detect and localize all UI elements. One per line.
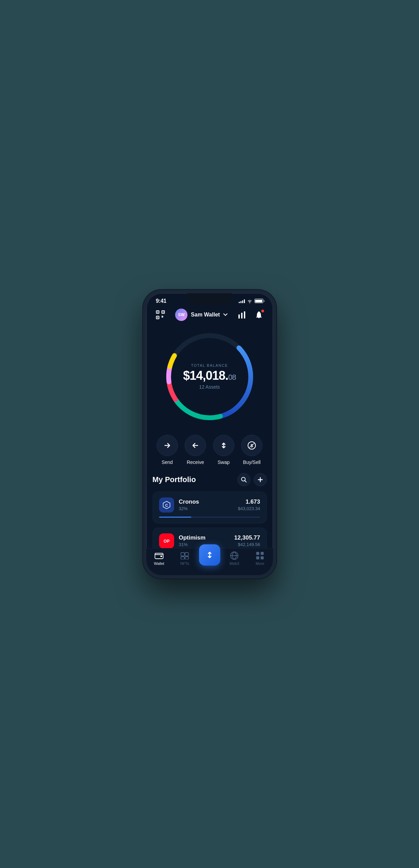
svg-rect-5: [157, 317, 158, 318]
svg-rect-29: [261, 552, 264, 555]
header: SW Sam Wallet: [146, 306, 273, 325]
svg-rect-23: [181, 553, 184, 556]
web3-tab-icon: [230, 551, 239, 560]
more-tab-icon: [256, 551, 264, 560]
receive-label: Receive: [187, 459, 204, 465]
tab-wallet[interactable]: Wallet: [146, 551, 172, 566]
wallet-tab-label: Wallet: [154, 561, 164, 566]
buysell-button[interactable]: $ Buy/Sell: [241, 435, 262, 465]
optimism-icon: OP: [162, 537, 171, 545]
chart-button[interactable]: [236, 309, 248, 321]
scan-icon: [156, 310, 165, 320]
svg-rect-3: [157, 311, 158, 312]
web3-tab-label: Web3: [230, 561, 239, 566]
balance-amount: $14,018.08: [183, 369, 236, 383]
svg-rect-30: [256, 556, 259, 559]
search-icon: [241, 477, 247, 483]
action-buttons: Send Receive Swap: [146, 431, 273, 473]
optimism-amount: 12,305.77: [234, 534, 260, 541]
plus-icon: [257, 477, 263, 483]
portfolio-title: My Portfolio: [153, 475, 196, 484]
cronos-amount: 1.673: [238, 498, 260, 505]
svg-text:C: C: [165, 503, 168, 507]
chart-section: TOTAL BALANCE $14,018.08 12 Assets: [146, 325, 273, 431]
portfolio-actions: [237, 473, 267, 486]
asset-card-cronos[interactable]: C Cronos 32% 1.673 $43,023.34: [153, 492, 267, 523]
svg-rect-4: [162, 311, 163, 312]
signal-bars-icon: [239, 299, 245, 303]
tab-bar: Wallet NFTs: [146, 548, 273, 575]
send-label: Send: [161, 459, 173, 465]
tab-center[interactable]: [198, 551, 222, 566]
send-icon: [163, 441, 171, 450]
center-action-icon: [205, 550, 214, 560]
notification-badge: [261, 309, 264, 313]
receive-button[interactable]: Receive: [185, 435, 206, 465]
portfolio-header: My Portfolio: [153, 473, 267, 486]
svg-rect-26: [185, 557, 188, 559]
phone-frame: 9:41: [143, 290, 276, 579]
svg-rect-22: [160, 556, 162, 557]
battery-icon: [254, 299, 263, 303]
scan-button[interactable]: [154, 308, 167, 321]
svg-text:OP: OP: [163, 539, 169, 544]
tab-web3[interactable]: Web3: [222, 551, 247, 566]
chevron-down-icon: [223, 313, 227, 316]
buysell-label: Buy/Sell: [243, 459, 261, 465]
cronos-logo: C: [159, 497, 174, 513]
cronos-progress-fill: [159, 517, 192, 518]
donut-chart: TOTAL BALANCE $14,018.08 12 Assets: [162, 329, 258, 425]
tab-more[interactable]: More: [247, 551, 273, 566]
notch: [187, 293, 232, 305]
swap-button[interactable]: Swap: [213, 435, 234, 465]
center-action-button[interactable]: [199, 544, 220, 566]
balance-assets: 12 Assets: [183, 384, 236, 390]
header-right: [236, 309, 265, 321]
svg-rect-31: [261, 556, 264, 559]
portfolio-section: My Portfolio: [146, 473, 273, 548]
receive-icon: [191, 441, 199, 450]
optimism-logo: OP: [159, 533, 174, 548]
optimism-name: Optimism: [179, 534, 206, 541]
svg-rect-8: [244, 311, 245, 319]
cronos-pct: 32%: [179, 506, 199, 511]
svg-rect-24: [185, 553, 188, 556]
avatar: SW: [175, 309, 187, 321]
nfts-tab-label: NFTs: [180, 561, 189, 566]
add-button[interactable]: [254, 473, 267, 486]
send-button[interactable]: Send: [157, 435, 178, 465]
cronos-value: $43,023.34: [238, 506, 260, 511]
wallet-selector[interactable]: SW Sam Wallet: [175, 309, 227, 321]
svg-rect-6: [238, 314, 240, 319]
buysell-icon: $: [247, 441, 256, 450]
nfts-tab-icon: [180, 552, 189, 559]
svg-rect-7: [241, 313, 243, 319]
swap-label: Swap: [218, 459, 230, 465]
cronos-icon: C: [162, 500, 171, 510]
wallet-tab-icon: [155, 552, 163, 559]
search-button[interactable]: [237, 473, 250, 486]
more-tab-label: More: [256, 561, 264, 566]
optimism-value: $42,149.56: [234, 542, 260, 547]
chart-icon: [238, 311, 246, 319]
scroll-content[interactable]: SW Sam Wallet: [146, 306, 273, 548]
status-icons: [239, 299, 263, 303]
svg-rect-25: [181, 557, 184, 559]
wifi-icon: [247, 299, 252, 303]
cronos-progress-bar: [159, 517, 260, 518]
cronos-name: Cronos: [179, 498, 199, 505]
balance-label: TOTAL BALANCE: [183, 363, 236, 367]
tab-nfts[interactable]: NFTs: [172, 551, 198, 566]
notification-button[interactable]: [253, 309, 265, 321]
status-time: 9:41: [156, 298, 167, 304]
swap-icon: [220, 441, 228, 450]
wallet-name: Sam Wallet: [191, 312, 220, 318]
svg-rect-28: [256, 552, 259, 555]
balance-display: TOTAL BALANCE $14,018.08 12 Assets: [183, 363, 236, 390]
